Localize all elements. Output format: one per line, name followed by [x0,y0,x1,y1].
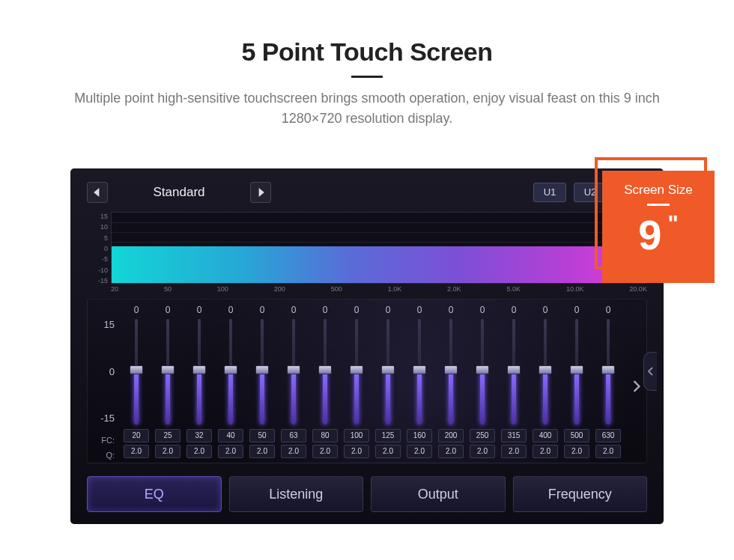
bottom-tabs: EQListeningOutputFrequency [87,476,647,512]
tab-frequency[interactable]: Frequency [513,476,648,512]
spectrum-y-tick: -10 [88,267,108,274]
preset-label: Standard [115,185,243,200]
fc-row-label: FC: [92,436,115,445]
eq-band-q[interactable]: 2.0 [501,445,527,458]
spectrum-x-tick: 1.0K [388,285,402,293]
eq-band-value: 0 [228,304,234,316]
eq-band: 0252.0 [152,304,184,458]
eq-band-slider[interactable] [320,319,330,424]
eq-band-q[interactable]: 2.0 [595,445,621,458]
eq-band-fc[interactable]: 315 [501,429,527,442]
eq-band-fc[interactable]: 250 [470,429,495,442]
q-row-label: Q: [92,451,115,460]
eq-band-q[interactable]: 2.0 [124,445,149,458]
eq-band-value: 0 [197,304,202,316]
spectrum-x-ticks: 20501002005001.0K2.0K5.0K10.0K20.0K [111,285,647,293]
eq-band-fc[interactable]: 200 [438,429,464,442]
eq-band-q[interactable]: 2.0 [186,445,212,458]
eq-band-slider[interactable] [131,319,142,424]
eq-band-slider[interactable] [383,319,393,424]
spectrum-x-tick: 20 [111,285,118,293]
spectrum-y-tick: -5 [88,255,108,263]
eq-band-q[interactable]: 2.0 [564,445,589,458]
eq-band-fc[interactable]: 32 [186,429,212,442]
eq-band-q[interactable]: 2.0 [375,445,401,458]
eq-band: 06302.0 [592,304,624,458]
spectrum-y-tick: 10 [88,223,108,231]
eq-band-fc[interactable]: 63 [281,429,306,442]
eq-band-q[interactable]: 2.0 [407,445,432,458]
eq-band-q[interactable]: 2.0 [344,445,369,458]
eq-band-q[interactable]: 2.0 [470,445,495,458]
eq-band-slider[interactable] [257,319,267,424]
eq-band-q[interactable]: 2.0 [281,445,306,458]
eq-band-value: 0 [323,304,328,316]
eq-band-slider[interactable] [571,319,582,424]
eq-band: 0502.0 [246,304,278,458]
badge-underline [647,204,670,206]
preset-next-button[interactable] [250,182,271,203]
eq-band-value: 0 [606,304,611,316]
eq-band-fc[interactable]: 40 [218,429,243,442]
eq-band-slider[interactable] [540,319,550,424]
device-screen: Standard U1 U2 U3 151050-5-10-15 2050100… [70,168,664,524]
eq-band-slider[interactable] [603,319,613,424]
eq-band-q[interactable]: 2.0 [249,445,275,458]
eq-expand-handle[interactable] [643,352,657,391]
spectrum-y-tick: -15 [88,277,108,284]
eq-band-fc[interactable]: 50 [249,429,275,442]
spectrum-fill [112,246,646,283]
eq-band-slider[interactable] [163,319,173,424]
eq-topbar: Standard U1 U2 U3 [70,168,664,209]
eq-band-q[interactable]: 2.0 [533,445,558,458]
eq-band-fc[interactable]: 80 [312,429,338,442]
eq-band-slider[interactable] [446,319,456,424]
eq-band-q[interactable]: 2.0 [438,445,464,458]
eq-band-slider[interactable] [509,319,519,424]
eq-y-tick: -15 [94,413,115,424]
spectrum-y-tick: 5 [88,234,108,242]
title-underline [351,76,383,78]
eq-band: 01602.0 [404,304,435,458]
eq-band-value: 0 [512,304,517,316]
eq-scroll-right-button[interactable] [628,373,645,400]
eq-band: 0402.0 [215,304,246,458]
spectrum-y-tick: 0 [88,245,108,252]
tab-listening[interactable]: Listening [229,476,364,512]
eq-band-q[interactable]: 2.0 [218,445,243,458]
eq-band-q[interactable]: 2.0 [155,445,181,458]
eq-band-value: 0 [574,304,580,316]
eq-band-fc[interactable]: 630 [595,429,621,442]
svg-marker-0 [94,188,99,197]
eq-band-value: 0 [417,304,422,316]
spectrum-x-tick: 20.0K [629,285,647,293]
eq-band-value: 0 [543,304,548,316]
user-preset-u1[interactable]: U1 [533,183,566,202]
eq-band-slider[interactable] [225,319,236,424]
eq-band-fc[interactable]: 125 [375,429,401,442]
eq-band-fc[interactable]: 160 [407,429,432,442]
preset-prev-button[interactable] [87,182,108,203]
eq-band-fc[interactable]: 25 [155,429,181,442]
eq-band-value: 0 [166,304,171,316]
eq-band-slider[interactable] [194,319,204,424]
eq-band-slider[interactable] [351,319,362,424]
spectrum-y-ticks: 151050-5-10-15 [88,213,108,284]
badge-label: Screen Size [610,183,707,198]
spectrum-x-tick: 50 [164,285,172,293]
tab-eq[interactable]: EQ [87,476,222,512]
tab-output[interactable]: Output [371,476,506,512]
eq-band-fc[interactable]: 400 [533,429,558,442]
screen-size-badge: Screen Size 9" [602,171,715,283]
eq-band-q[interactable]: 2.0 [312,445,338,458]
eq-band-slider[interactable] [288,319,299,424]
eq-band: 0202.0 [121,304,152,458]
eq-band-value: 0 [291,304,297,316]
eq-band-slider[interactable] [477,319,488,424]
eq-band-fc[interactable]: 500 [564,429,589,442]
eq-band-fc[interactable]: 20 [124,429,149,442]
eq-band-fc[interactable]: 100 [344,429,369,442]
eq-band-slider[interactable] [414,319,425,424]
eq-band: 02002.0 [435,304,467,458]
spectrum-x-tick: 500 [331,285,342,293]
